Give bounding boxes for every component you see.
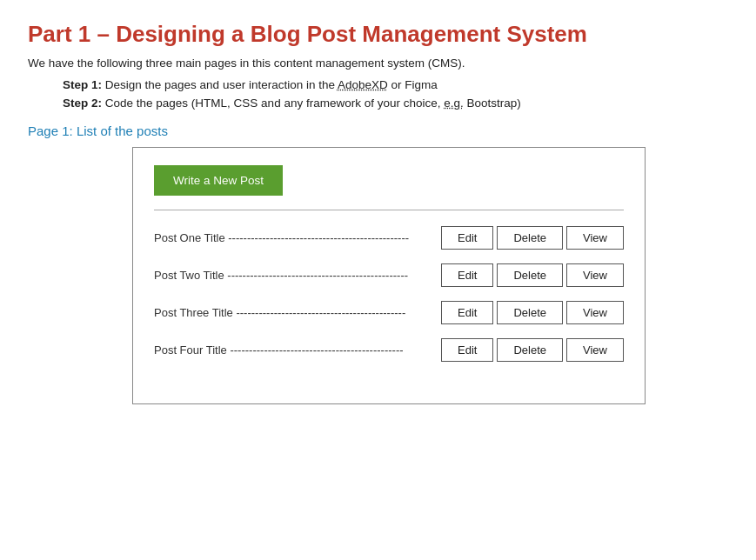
post-4-actions: Edit Delete View xyxy=(441,338,624,362)
post-list: Post One Title -------------------------… xyxy=(154,219,624,369)
eg-link: e.g. xyxy=(444,97,464,110)
post-2-edit-button[interactable]: Edit xyxy=(441,263,493,287)
post-3-delete-button[interactable]: Delete xyxy=(497,301,563,324)
post-2-title: Post Two Title -------------------------… xyxy=(154,269,441,282)
post-4-edit-button[interactable]: Edit xyxy=(441,338,493,362)
table-row: Post Three Title -----------------------… xyxy=(154,294,624,331)
step-2-text: Code the pages (HTML, CSS and any framew… xyxy=(105,97,444,110)
post-2-delete-button[interactable]: Delete xyxy=(497,263,563,287)
step-1-label: Step 1: xyxy=(63,78,102,91)
table-row: Post Four Title ------------------------… xyxy=(154,331,624,369)
post-1-title: Post One Title -------------------------… xyxy=(154,231,441,244)
step-2-rest: Bootstrap) xyxy=(464,97,521,110)
step-2: Step 2: Code the pages (HTML, CSS and an… xyxy=(63,97,728,110)
divider xyxy=(154,210,624,210)
post-2-actions: Edit Delete View xyxy=(441,263,624,287)
intro-text: We have the following three main pages i… xyxy=(28,57,728,70)
post-3-actions: Edit Delete View xyxy=(441,301,624,324)
post-1-delete-button[interactable]: Delete xyxy=(497,226,563,250)
adobexd-link[interactable]: AdobeXD xyxy=(338,78,388,91)
post-4-view-button[interactable]: View xyxy=(566,338,624,362)
post-4-title: Post Four Title ------------------------… xyxy=(154,343,441,357)
page-title: Part 1 – Designing a Blog Post Managemen… xyxy=(28,21,728,48)
step-1-text: Design the pages and user interaction in… xyxy=(105,78,338,91)
post-3-edit-button[interactable]: Edit xyxy=(441,301,493,324)
table-row: Post Two Title -------------------------… xyxy=(154,257,624,294)
page-1-heading: Page 1: List of the posts xyxy=(28,123,728,138)
step-2-label: Step 2: xyxy=(63,97,102,110)
post-2-view-button[interactable]: View xyxy=(566,263,624,287)
post-1-edit-button[interactable]: Edit xyxy=(441,226,493,250)
table-row: Post One Title -------------------------… xyxy=(154,219,624,257)
post-1-actions: Edit Delete View xyxy=(441,226,624,250)
post-3-title: Post Three Title -----------------------… xyxy=(154,306,441,319)
step-1: Step 1: Design the pages and user intera… xyxy=(63,78,728,91)
step-1-or: or xyxy=(388,78,405,91)
post-3-view-button[interactable]: View xyxy=(566,301,624,324)
write-new-post-button[interactable]: Write a New Post xyxy=(154,165,283,196)
post-4-delete-button[interactable]: Delete xyxy=(497,338,563,362)
cms-box: Write a New Post Post One Title --------… xyxy=(132,147,646,404)
post-1-view-button[interactable]: View xyxy=(566,226,624,250)
figma-link: Figma xyxy=(405,78,438,91)
